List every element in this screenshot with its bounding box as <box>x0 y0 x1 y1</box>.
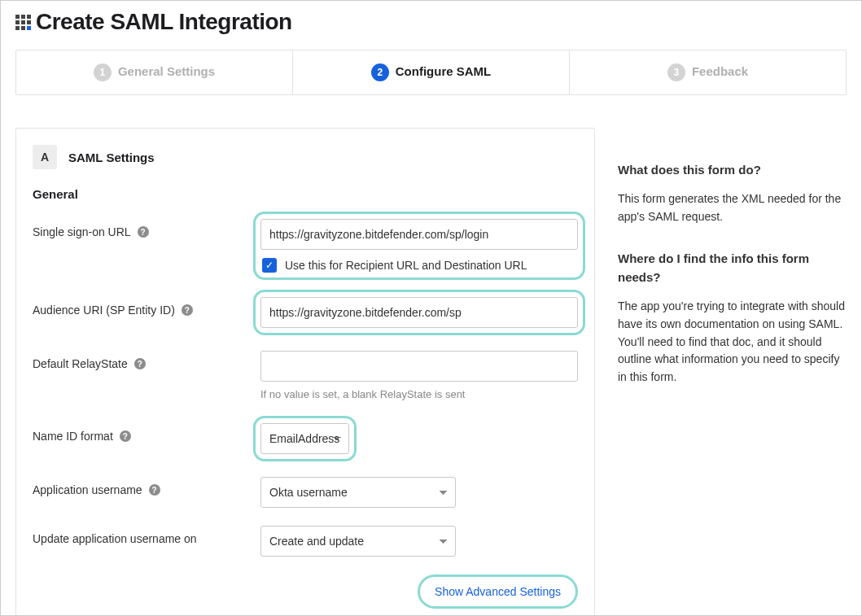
checkbox-checked-icon[interactable]: ✓ <box>262 258 277 273</box>
label-relaystate: Default RelayState <box>33 357 128 370</box>
update-username-on-select[interactable]: Create and update <box>260 526 456 557</box>
help-a2: The app you're trying to integrate with … <box>618 298 847 386</box>
help-icon[interactable]: ? <box>149 484 160 496</box>
audience-uri-input[interactable] <box>260 297 578 328</box>
help-q2: Where do I find the info this form needs… <box>618 249 847 287</box>
sso-url-checkbox-row[interactable]: ✓ Use this for Recipient URL and Destina… <box>260 258 578 273</box>
wizard-stepper: 1General Settings 2Configure SAML 3Feedb… <box>15 50 847 95</box>
label-app-username: Application username <box>33 483 142 496</box>
step-number: 1 <box>94 63 112 81</box>
name-id-format-select[interactable]: EmailAddress <box>260 423 349 454</box>
help-icon[interactable]: ? <box>138 226 149 238</box>
step-label: Feedback <box>692 64 748 78</box>
step-configure-saml[interactable]: 2Configure SAML <box>293 50 570 94</box>
row-audience-uri: Audience URI (SP Entity ID) ? <box>33 297 578 328</box>
section-general-title: General <box>33 187 578 201</box>
label-audience-uri: Audience URI (SP Entity ID) <box>33 304 175 317</box>
highlight-sso-url: ✓ Use this for Recipient URL and Destina… <box>253 212 585 280</box>
row-app-username: Application username ? Okta username <box>33 477 578 508</box>
relaystate-input[interactable] <box>260 351 578 382</box>
step-number: 3 <box>667 63 685 81</box>
row-sso-url: Single sign-on URL ? ✓ Use this for Reci… <box>33 219 578 273</box>
help-sidebar: What does this form do? This form genera… <box>618 128 847 616</box>
highlight-name-id-format: EmailAddress <box>253 416 357 461</box>
panel-badge: A <box>33 145 57 169</box>
row-name-id-format: Name ID format ? EmailAddress <box>33 423 578 454</box>
help-icon[interactable]: ? <box>182 304 193 316</box>
row-update-username-on: Update application username on Create an… <box>33 526 578 557</box>
help-icon[interactable]: ? <box>120 430 131 442</box>
app-username-select[interactable]: Okta username <box>260 477 456 508</box>
label-sso-url: Single sign-on URL <box>33 225 131 238</box>
advanced-settings-row: Show Advanced Settings <box>33 574 578 609</box>
help-q1: What does this form do? <box>618 160 847 179</box>
label-name-id-format: Name ID format <box>33 430 113 443</box>
apps-grid-icon <box>15 15 31 30</box>
highlight-audience-uri <box>253 290 585 335</box>
app-frame: Create SAML Integration 1General Setting… <box>0 0 862 616</box>
panel-title: SAML Settings <box>68 151 155 164</box>
saml-settings-panel: A SAML Settings General Single sign-on U… <box>15 128 595 616</box>
step-label: General Settings <box>118 64 215 78</box>
label-update-username-on: Update application username on <box>33 532 197 545</box>
row-relaystate: Default RelayState ? If no value is set,… <box>33 351 578 400</box>
step-number: 2 <box>371 63 389 81</box>
step-feedback[interactable]: 3Feedback <box>570 50 846 94</box>
step-label: Configure SAML <box>396 64 492 78</box>
relaystate-hint: If no value is set, a blank RelayState i… <box>260 388 578 400</box>
help-icon[interactable]: ? <box>134 358 146 369</box>
page-header: Create SAML Integration <box>15 9 847 35</box>
panel-header: A SAML Settings <box>33 145 578 169</box>
show-advanced-settings-button[interactable]: Show Advanced Settings <box>418 574 578 609</box>
sso-url-input[interactable] <box>260 219 578 250</box>
main-columns: A SAML Settings General Single sign-on U… <box>15 128 847 616</box>
page-title: Create SAML Integration <box>36 9 292 35</box>
checkbox-label: Use this for Recipient URL and Destinati… <box>285 259 527 272</box>
help-a1: This form generates the XML needed for t… <box>618 190 847 225</box>
step-general-settings[interactable]: 1General Settings <box>16 50 293 94</box>
